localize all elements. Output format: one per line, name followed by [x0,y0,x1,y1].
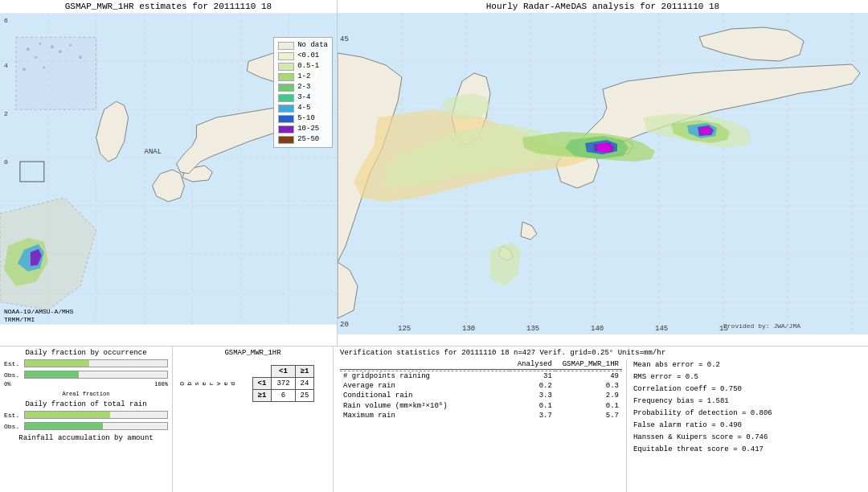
bar-fill-est1 [25,360,89,367]
verif-val2-3: 0.1 [555,400,622,411]
svg-point-21 [43,67,45,69]
verif-label-1: Average rain [340,381,510,391]
svg-text:20: 20 [340,321,349,329]
bar-track-obs1 [24,371,168,379]
svg-point-57 [597,143,612,153]
svg-text:135: 135 [526,325,539,333]
svg-text:2: 2 [4,110,8,117]
svg-text:ANAL: ANAL [145,148,162,156]
chart2: Est. Obs. [4,410,168,431]
top-row: GSMAP_MWR_1HR estimates for 20111110 18 [0,0,868,346]
stat-hanssen-kuipers: Hanssen & Kuipers score = 0.746 [633,432,862,443]
legend: No data <0.01 0.5-1 1-2 [273,37,333,148]
chart1: Est. Obs. 0% 100% [4,359,168,387]
bar-track-est2 [24,411,168,419]
svg-text:4: 4 [4,62,8,69]
bottom-row: Daily fraction by occurrence Est. Obs. 0… [0,346,868,492]
legend-label-3-4: 3-4 [297,92,310,103]
legend-color-25-50 [278,136,294,144]
cell-ge1-lt1: 6 [272,390,295,402]
legend-item-05-1: 0.5-1 [278,61,328,72]
stat-rms: RMS error = 0.5 [633,371,862,383]
noaa-label: NOAA-19/AMSU-A/MHS [4,308,73,315]
trmm-label: TRMM/TMI [4,316,35,323]
right-panel: Hourly Radar-AMeDAS analysis for 2011111… [338,0,868,346]
svg-point-22 [79,55,82,59]
legend-item-nodata: No data [278,40,328,51]
contingency-section: GSMAP_MWR_1HR Observed <1 ≥1 <1 372 24 [173,346,334,492]
svg-text:140: 140 [591,325,604,333]
legend-label-lt001: <0.01 [297,51,319,61]
legend-color-1-2 [278,73,294,81]
est-label-2: Est. [4,412,24,419]
legend-color-2-3 [278,84,294,92]
verif-col-gsmap: GSMAP_MWR_1HR [555,359,622,370]
legend-label-4-5: 4-5 [297,103,310,113]
svg-text:145: 145 [655,325,668,333]
verif-row-1: Average rain 0.2 0.3 [340,381,622,391]
bar-row-est1: Est. [4,359,168,368]
verif-val1-3: 0.1 [510,400,555,411]
left-map: 6 4 2 0 ANAL NOAA-19/AMSU-A/MHS TRMM/T [0,13,337,325]
right-panel-title: Hourly Radar-AMeDAS analysis for 2011111… [338,0,868,13]
obs-side-label: Observed [177,382,238,386]
legend-color-05-1 [278,63,294,71]
stat-false-alarm: False alarm ratio = 0.490 [633,420,862,431]
bar-row-est2: Est. [4,410,168,420]
chart1-title: Daily fraction by occurrence [4,349,168,357]
svg-text:45: 45 [340,35,349,43]
legend-item-5-10: 5-10 [278,113,328,124]
stats-right: Mean abs error = 0.2 RMS error = 0.5 Cor… [627,359,862,492]
legend-label-05-1: 0.5-1 [297,61,319,72]
verif-row-0: # gridpoints raining 31 49 [340,371,622,382]
verif-label-3: Rain volume (mm×km²×10⁶) [340,400,510,411]
legend-label-25-50: 25-50 [297,134,319,145]
verif-row-2: Conditional rain 3.3 2.9 [340,391,622,400]
svg-point-20 [23,68,26,71]
legend-label-nodata: No data [297,40,328,51]
legend-label-5-10: 5-10 [297,113,315,124]
legend-item-lt001: <0.01 [278,51,328,61]
svg-point-17 [35,56,37,59]
col-header-ge1: ≥1 [295,366,314,378]
bar-row-obs2: Obs. [4,421,168,431]
stat-correlation: Correlation coeff = 0.750 [633,383,862,395]
axis-label-areal: Areal fraction [4,391,168,397]
stat-mean-abs: Mean abs error = 0.2 [633,359,862,371]
verif-val2-4: 5.7 [555,411,622,420]
svg-point-18 [59,50,62,53]
bar-row-obs1: Obs. [4,370,168,379]
verif-val1-0: 31 [510,371,555,382]
col-header-lt1: <1 [272,366,295,378]
bottom-left-charts: Daily fraction by occurrence Est. Obs. 0… [0,346,173,492]
row-header-ge1: ≥1 [252,390,272,402]
legend-label-10-25: 10-25 [297,124,319,134]
bottom-right-content: Analysed GSMAP_MWR_1HR # gridpoints rain… [340,359,862,492]
right-map: 45 40 35 25 20 20 125 130 135 140 145 15 [338,13,868,334]
legend-item-25-50: 25-50 [278,134,328,145]
svg-text:0: 0 [4,158,8,166]
legend-label-1-2: 1-2 [297,72,310,82]
legend-color-4-5 [278,105,294,113]
verif-title: Verification statistics for 20111110 18 … [340,349,862,357]
verif-val1-2: 3.3 [510,391,555,400]
svg-text:130: 130 [462,325,475,333]
left-panel-title: GSMAP_MWR_1HR estimates for 20111110 18 [0,0,337,13]
svg-point-19 [69,44,72,47]
verif-col-empty [340,359,510,370]
verif-col-analysed: Analysed [510,359,555,370]
verif-row-3: Rain volume (mm×km²×10⁶) 0.1 0.1 [340,400,622,411]
legend-item-1-2: 1-2 [278,72,328,82]
legend-color-lt001 [278,52,294,60]
verif-val2-0: 49 [555,371,622,382]
obs-label-2: Obs. [4,423,24,430]
verif-left: Analysed GSMAP_MWR_1HR # gridpoints rain… [340,359,627,492]
svg-point-15 [39,43,41,45]
left-panel: GSMAP_MWR_1HR estimates for 20111110 18 [0,0,338,346]
verif-val1-1: 0.2 [510,381,555,391]
verif-label-4: Maximum rain [340,411,510,420]
bar-fill-obs2 [25,423,103,429]
contingency-table: <1 ≥1 <1 372 24 ≥1 6 25 [252,365,315,402]
legend-color-3-4 [278,94,294,102]
svg-text:125: 125 [398,325,411,333]
